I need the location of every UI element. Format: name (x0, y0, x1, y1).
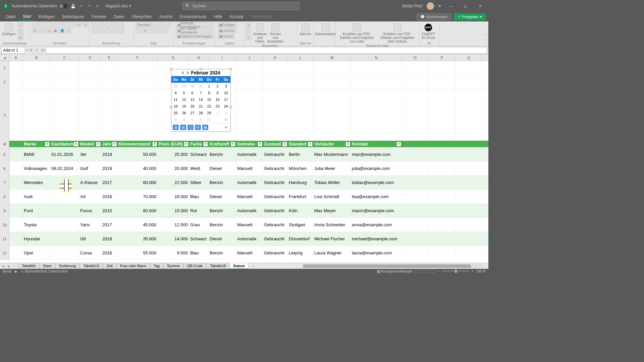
cell[interactable] (9, 176, 23, 189)
cell[interactable] (402, 176, 429, 189)
cal-day[interactable]: 26 (180, 110, 188, 116)
row-header[interactable]: 9 (0, 204, 9, 218)
zoom-in-button[interactable]: + (472, 269, 474, 273)
cell[interactable]: Gebraucht (263, 232, 288, 246)
tab-hilfe[interactable]: Hilfe (211, 13, 225, 20)
filter-icon[interactable]: ▾ (396, 142, 401, 146)
sheet-tab[interactable]: Tag (150, 263, 163, 269)
cell[interactable] (455, 218, 482, 232)
filter-icon[interactable]: ▾ (74, 142, 78, 146)
zoom-slider[interactable] (442, 270, 469, 272)
cell[interactable]: Tobias Müller (313, 176, 351, 189)
cell[interactable]: lisa@example.com (351, 190, 402, 203)
col-header[interactable]: Q (455, 54, 482, 61)
tab-überprüfen[interactable]: Überprüfen (128, 13, 155, 20)
dec-inc-icon[interactable] (156, 28, 162, 34)
cal-day[interactable]: 18 (171, 103, 180, 110)
cell[interactable]: Rot (189, 204, 209, 218)
cell[interactable] (50, 176, 79, 189)
cal-day[interactable]: 29 (205, 110, 213, 116)
cal-close-icon[interactable]: ✕ (223, 125, 229, 130)
cell[interactable] (101, 75, 117, 89)
cal-day[interactable]: 19 (180, 103, 188, 110)
tab-start[interactable]: Start (19, 13, 35, 21)
cell[interactable] (263, 89, 288, 140)
cell[interactable] (9, 141, 23, 147)
align-top-icon[interactable] (91, 22, 97, 27)
status-accessibility[interactable]: ⚠ Barrierefreiheit: Untersuchen (21, 269, 68, 273)
cell[interactable]: Laura Wagner (313, 246, 351, 260)
cell[interactable]: Weiß (189, 162, 209, 175)
cal-day[interactable]: 9 (213, 89, 222, 96)
cell[interactable]: Kilometerstand▾ (117, 141, 158, 147)
fill-color-icon[interactable]: 🪣 (59, 28, 65, 34)
cell[interactable] (101, 89, 117, 140)
sheet-tab[interactable]: Stars (39, 263, 55, 269)
ribbon-expand-icon[interactable]: ⌄ (483, 32, 487, 36)
cell[interactable]: Michael Fischer (313, 232, 351, 246)
row-header[interactable]: 12 (0, 246, 9, 260)
col-header[interactable]: M (313, 54, 351, 61)
cell[interactable]: Verkäufer▾ (313, 141, 351, 147)
cell[interactable] (9, 246, 23, 260)
filter-icon[interactable]: ▾ (308, 142, 313, 146)
cell[interactable]: Diesel (209, 162, 236, 175)
cell[interactable] (455, 232, 482, 246)
tab-einfügen[interactable]: Einfügen (35, 13, 58, 20)
cell[interactable] (455, 162, 482, 175)
cal-day[interactable]: ⚙ (222, 116, 230, 123)
cell[interactable] (9, 61, 23, 75)
tab-formformat[interactable]: Formformat (248, 13, 275, 20)
cell[interactable]: Yaris (79, 218, 101, 232)
pdf-link-button[interactable]: Erstellen von PDF-Dateien und Freigeben … (337, 22, 377, 43)
handle-icon[interactable] (229, 68, 232, 70)
cal-day[interactable]: 30 (188, 83, 197, 89)
normal-view-icon[interactable] (415, 269, 420, 273)
cell[interactable]: Automatik (236, 204, 263, 218)
sheet-tab[interactable]: Sortierung (55, 263, 80, 269)
row-header[interactable]: 10 (0, 218, 9, 232)
row-header[interactable]: 3 (0, 89, 9, 140)
cal-tool-icon[interactable]: ▤ (180, 125, 186, 130)
cell[interactable]: 01.01.2026 (50, 147, 79, 161)
cell[interactable]: Blau (189, 190, 209, 203)
cell[interactable] (50, 218, 79, 232)
sheet-tab[interactable]: Frau oder Mann (116, 263, 150, 269)
filter-icon[interactable]: ▾ (258, 142, 262, 146)
cal-tool-icon[interactable]: ⓘ (187, 125, 194, 130)
prev-sheet-icon[interactable]: ◄ (0, 264, 6, 268)
cell[interactable] (402, 147, 429, 161)
cell[interactable] (351, 75, 402, 89)
filter-icon[interactable]: ▾ (282, 142, 287, 146)
cell[interactable] (402, 162, 429, 175)
row-header[interactable]: 6 (0, 162, 9, 175)
handle-icon[interactable] (200, 68, 202, 70)
cell[interactable]: maxm@example.com (351, 204, 402, 218)
cell[interactable] (50, 246, 79, 260)
col-header[interactable]: C (50, 54, 79, 61)
indent-inc-icon[interactable] (118, 28, 124, 34)
cell[interactable]: Manuell (236, 162, 263, 175)
chatgpt-button[interactable]: GPTChatGPT for Excel (421, 22, 435, 40)
add-sheet-button[interactable]: ＋ (251, 263, 256, 268)
cal-day[interactable]: 6 (188, 89, 197, 96)
cal-day[interactable]: 3 (222, 83, 230, 89)
cell[interactable]: 45.000 (117, 218, 158, 232)
format-cells-button[interactable]: ▦ Format (217, 34, 234, 39)
row-header[interactable]: 8 (0, 190, 9, 203)
next-sheet-icon[interactable]: ► (6, 264, 12, 268)
cell[interactable] (429, 89, 455, 140)
cell[interactable]: Gebraucht (263, 176, 288, 189)
autosave-toggle[interactable]: Automatisches Speichern (11, 4, 68, 8)
cal-day[interactable]: 27 (188, 110, 197, 116)
cell[interactable]: Toyota (23, 218, 50, 232)
cell[interactable] (402, 204, 429, 218)
cell[interactable]: Focus (79, 204, 101, 218)
cell[interactable]: 2016 (101, 190, 117, 203)
row-header[interactable]: 5 (0, 147, 9, 161)
col-header[interactable]: B (23, 54, 50, 61)
cell[interactable]: 35.000 (117, 232, 158, 246)
cell[interactable]: München (288, 162, 313, 175)
col-header[interactable]: G (158, 54, 189, 61)
cell[interactable]: 2015 (101, 204, 117, 218)
